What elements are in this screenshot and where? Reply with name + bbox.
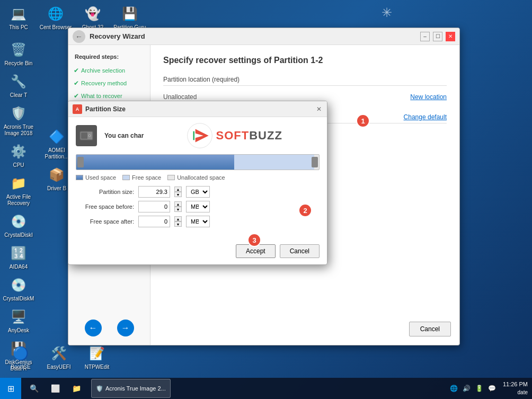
taskbar-time-text: 11:26 PM bbox=[503, 380, 528, 388]
snowflake-decoration: ✳ bbox=[382, 5, 392, 20]
aomei-icon: 🔷 bbox=[47, 127, 66, 146]
partition-size-unit[interactable]: GB MB bbox=[186, 186, 210, 198]
partition-bar-free bbox=[234, 155, 314, 170]
crystaldisk1-icon: 💿 bbox=[9, 212, 28, 231]
dialog-title-text: Partition Size bbox=[85, 105, 126, 113]
desktop-icon-aida64[interactable]: 🔢 AIDA64 bbox=[0, 242, 37, 272]
free-after-up[interactable]: ▲ bbox=[174, 216, 182, 221]
taskbar-battery-icon[interactable]: 🔋 bbox=[474, 383, 485, 394]
desktop-icon-anydesk[interactable]: 🖥️ AnyDesk bbox=[0, 305, 37, 336]
dialog-titlebar: A Partition Size ✕ bbox=[68, 101, 327, 117]
taskbar-network-icon[interactable]: 🌐 bbox=[449, 383, 459, 394]
desktop-icon-crystaldisk1[interactable]: 💿 CrystalDiskI bbox=[0, 210, 37, 241]
dialog-body: You can char SOFTBUZZ bbox=[68, 117, 327, 236]
recyclebin-icon: 🗑️ bbox=[9, 40, 28, 59]
minimize-button[interactable]: – bbox=[420, 32, 430, 41]
partitionguru-icon: 💾 bbox=[120, 4, 139, 23]
taskbar-volume-icon[interactable]: 🔊 bbox=[462, 383, 472, 394]
unallocated-row: Unallocated New location bbox=[163, 93, 447, 101]
desktop-icon-thispc[interactable]: 💻 This PC bbox=[0, 2, 37, 33]
bottom-left-icons: 🔵 BootICE 🛠️ EasyUEFI 📝 NTPWEdit bbox=[2, 342, 116, 373]
step-archive-selection[interactable]: ✔ Archive selection bbox=[68, 64, 150, 77]
desktop-icon-cleartool[interactable]: 🔧 Clear T bbox=[0, 70, 37, 101]
svg-point-3 bbox=[89, 135, 90, 136]
partition-size-down[interactable]: ▼ bbox=[174, 192, 182, 197]
svg-rect-1 bbox=[81, 132, 87, 139]
desktop-icon-cpu[interactable]: ⚙️ CPU bbox=[0, 140, 37, 171]
legend-free-box bbox=[122, 175, 130, 180]
taskbar-clock[interactable]: 11:26 PM date bbox=[503, 380, 528, 396]
free-before-input[interactable] bbox=[138, 201, 170, 212]
ntpwedit-icon: 📝 bbox=[87, 344, 107, 363]
desktop-icon-filerecovery[interactable]: 📁 Active File Recovery bbox=[0, 172, 37, 209]
desktop-icon-easyuefi[interactable]: 🛠️ EasyUEFI bbox=[40, 342, 77, 373]
free-after-spinner: ▲ ▼ bbox=[174, 216, 182, 227]
dialog-close-button[interactable]: ✕ bbox=[314, 104, 324, 114]
taskbar-pinned-icons: 🔍 ⬜ 📁 bbox=[21, 379, 89, 398]
partition-size-up[interactable]: ▲ bbox=[174, 187, 182, 192]
aida64-icon: 🔢 bbox=[9, 244, 28, 263]
free-after-down[interactable]: ▼ bbox=[174, 221, 182, 227]
partition-size-dialog: A Partition Size ✕ You can char bbox=[68, 101, 327, 265]
nav-back-button[interactable]: ← bbox=[85, 320, 102, 336]
taskbar-active-app[interactable]: 🛡️ Acronis True Image 2... bbox=[91, 379, 171, 398]
sidebar-nav: ← → bbox=[68, 320, 150, 336]
free-after-label: Free space after: bbox=[76, 218, 134, 225]
dialog-footer-buttons: Accept Cancel bbox=[236, 244, 320, 258]
wizard-cancel-button[interactable]: Cancel bbox=[409, 322, 451, 336]
centbrowser-icon: 🌐 bbox=[46, 4, 65, 23]
free-after-unit[interactable]: MB GB bbox=[186, 216, 210, 227]
legend-unallocated-box bbox=[167, 175, 175, 180]
change-default-link[interactable]: Change default bbox=[404, 113, 447, 121]
check-icon-1: ✔ bbox=[74, 67, 79, 74]
partition-bar[interactable] bbox=[76, 154, 320, 170]
desktop-icon-ntpwedit[interactable]: 📝 NTPWEdit bbox=[78, 342, 116, 373]
dialog-header-row: You can char SOFTBUZZ bbox=[76, 122, 320, 149]
free-before-down[interactable]: ▼ bbox=[174, 207, 182, 212]
drag-handle-right[interactable] bbox=[312, 157, 318, 167]
partition-size-field-label: Partition size: bbox=[76, 189, 134, 195]
desktop-icon-recyclebin[interactable]: 🗑️ Recycle Bin bbox=[0, 38, 37, 69]
taskbar-search-icon[interactable]: 🔍 bbox=[24, 379, 43, 398]
desktop-icon-acronis[interactable]: 🛡️ Acronis True Image 2018 bbox=[0, 102, 37, 139]
dialog-cancel-button[interactable]: Cancel bbox=[280, 244, 320, 258]
close-button[interactable]: ✕ bbox=[446, 32, 455, 41]
softbuzz-logo-area: SOFTBUZZ bbox=[149, 122, 320, 149]
wizard-title: Recovery Wizard bbox=[90, 32, 145, 40]
required-steps-label: Required steps: bbox=[68, 54, 150, 64]
taskbar-right: 🌐 🔊 🔋 💬 11:26 PM date bbox=[448, 380, 532, 396]
taskbar: ⊞ 🔍 ⬜ 📁 🛡️ Acronis True Image 2... 🌐 🔊 🔋… bbox=[0, 378, 532, 399]
easyuefi-icon: 🛠️ bbox=[49, 344, 68, 363]
wizard-back-button[interactable]: ← bbox=[73, 30, 85, 43]
restore-button[interactable]: ☐ bbox=[433, 32, 442, 41]
free-before-unit[interactable]: MB GB bbox=[186, 201, 210, 212]
desktop-icon-bootice[interactable]: 🔵 BootICE bbox=[2, 342, 39, 373]
taskbar-taskview-icon[interactable]: ⬜ bbox=[46, 379, 65, 398]
taskbar-folder-icon[interactable]: 📁 bbox=[67, 379, 86, 398]
cpu-icon: ⚙️ bbox=[9, 142, 28, 161]
desktop-icon-crystaldisk2[interactable]: 💿 CrystalDiskM bbox=[0, 273, 37, 304]
taskbar-date-text: date bbox=[503, 389, 528, 396]
nav-forward-button[interactable]: → bbox=[117, 320, 134, 336]
wizard-footer-buttons: Cancel bbox=[409, 322, 451, 336]
check-icon-3: ✔ bbox=[74, 92, 79, 100]
wizard-main-title: Specify recover settings of Partition 1-… bbox=[163, 56, 447, 65]
free-after-input[interactable] bbox=[138, 216, 170, 227]
legend-free-space: Free space bbox=[122, 174, 161, 181]
start-button[interactable]: ⊞ bbox=[0, 378, 21, 399]
centbrowser-label: Cent Browser bbox=[40, 24, 72, 31]
new-location-link[interactable]: New location bbox=[410, 93, 447, 101]
taskbar-system-icons: 🌐 🔊 🔋 💬 bbox=[448, 383, 499, 394]
wizard-window-controls: – ☐ ✕ bbox=[420, 32, 455, 41]
free-before-up[interactable]: ▲ bbox=[174, 201, 182, 207]
free-before-label: Free space before: bbox=[76, 203, 134, 210]
badge-3: 3 bbox=[247, 233, 261, 247]
softbuzz-logo-icon bbox=[187, 122, 213, 149]
partition-size-input[interactable] bbox=[138, 186, 170, 198]
taskbar-notification-icon[interactable]: 💬 bbox=[487, 383, 498, 394]
step-recovery-method[interactable]: ✔ Recovery method bbox=[68, 77, 150, 90]
cleartool-icon: 🔧 bbox=[9, 72, 28, 91]
partition-legend: Used space Free space Unallocated space bbox=[76, 174, 320, 181]
taskbar-app-icon: 🛡️ bbox=[96, 385, 103, 392]
drag-handle-left[interactable] bbox=[77, 157, 84, 167]
